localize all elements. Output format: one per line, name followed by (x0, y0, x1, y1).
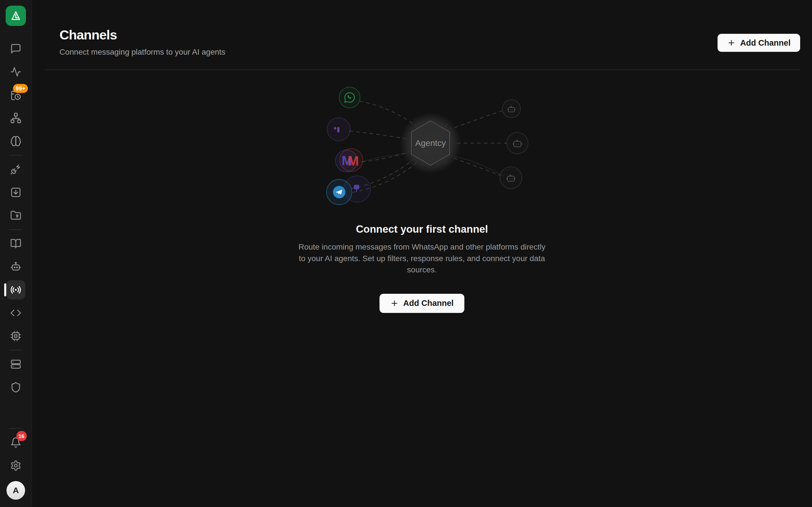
whatsapp-channel-icon (339, 87, 360, 108)
sidebar-item-knowledge[interactable] (0, 129, 32, 153)
hub-label: Agentcy (415, 138, 446, 148)
agentcy-logo-icon (10, 10, 21, 21)
page-title: Channels (59, 27, 225, 43)
sidebar-item-chat[interactable] (0, 37, 32, 60)
channels-illustration: Agentcy M (290, 77, 571, 218)
cpu-icon (10, 330, 21, 342)
sidebar-item-developer[interactable] (0, 301, 32, 325)
sidebar-item-activity[interactable] (0, 60, 32, 83)
nav-divider (9, 350, 22, 350)
sidebar-item-notifications[interactable]: 16 (0, 431, 32, 454)
agent-bot-icon (507, 132, 528, 154)
sidebar-item-schedule[interactable]: 99+ (0, 83, 32, 107)
nav-divider (9, 155, 22, 156)
sidebar-bottom: 16 A (0, 426, 32, 507)
sidebar-item-integrations[interactable] (0, 158, 32, 181)
agency-hub: Agentcy (400, 112, 461, 174)
brain-icon (10, 135, 21, 147)
user-avatar[interactable]: A (6, 481, 25, 500)
nav-divider (9, 428, 22, 429)
sidebar-item-docs[interactable] (0, 232, 32, 255)
main-content: Channels Connect messaging platforms to … (32, 0, 812, 507)
agent-bot-icon (502, 100, 520, 118)
bot-icon (10, 261, 21, 272)
sidebar-item-security[interactable] (0, 376, 32, 399)
empty-state-description: Route incoming messages from WhatsApp an… (298, 241, 546, 276)
empty-state: Agentcy M (32, 77, 812, 313)
agent-bot-icon (500, 167, 522, 189)
book-open-icon (10, 238, 21, 249)
add-channel-button-label: Add Channel (403, 298, 454, 308)
shield-icon (10, 382, 21, 393)
agent-bot-nodes (500, 100, 528, 189)
gmail-m-channel-icon: M M (336, 149, 363, 172)
activity-icon (10, 66, 21, 77)
sidebar-item-channels[interactable] (0, 278, 32, 301)
folder-user-icon (10, 210, 21, 221)
plug-zap-icon (10, 164, 21, 175)
sidebar: 99+ (0, 0, 32, 507)
nav-divider (9, 229, 22, 230)
notifications-count-badge: 16 (16, 431, 27, 441)
sidebar-item-workspace[interactable] (0, 204, 32, 227)
sidebar-item-agents[interactable] (0, 255, 32, 278)
header-divider (45, 69, 800, 70)
add-channel-button-empty-state[interactable]: Add Channel (379, 294, 464, 313)
settings-gear-icon (10, 460, 21, 471)
server-icon (10, 358, 21, 370)
sidebar-item-imports[interactable] (0, 181, 32, 204)
logo-container (0, 0, 32, 32)
code-icon (10, 307, 21, 319)
plus-icon (390, 299, 399, 307)
m-glyph-red: M (348, 154, 359, 168)
agentcy-logo[interactable] (6, 6, 26, 26)
sidebar-nav: 99+ (0, 32, 32, 399)
page-subtitle: Connect messaging platforms to your AI a… (59, 48, 225, 57)
sidebar-item-models[interactable] (0, 325, 32, 348)
chat-icon (10, 43, 21, 54)
download-icon (10, 187, 21, 198)
org-network-icon (10, 112, 21, 124)
sidebar-item-org[interactable] (0, 107, 32, 129)
empty-state-heading: Connect your first channel (356, 223, 488, 235)
twitch-channel-icon (327, 118, 350, 141)
page-header: Channels Connect messaging platforms to … (32, 0, 812, 57)
events-count-badge: 99+ (13, 84, 28, 93)
sidebar-item-infrastructure[interactable] (0, 353, 32, 376)
add-channel-button-label: Add Channel (740, 38, 791, 48)
add-channel-button-header[interactable]: Add Channel (718, 34, 800, 52)
broadcast-icon (10, 284, 21, 295)
page-header-text: Channels Connect messaging platforms to … (59, 27, 225, 57)
app-root: 99+ (0, 0, 812, 507)
telegram-channel-icon (326, 179, 352, 205)
sidebar-item-settings[interactable] (0, 454, 32, 477)
plus-icon (727, 39, 735, 47)
